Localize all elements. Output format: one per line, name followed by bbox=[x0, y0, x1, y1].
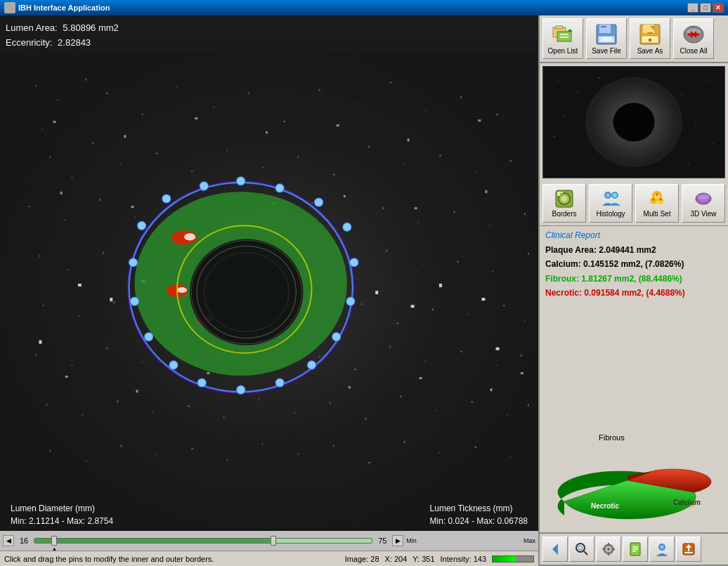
report-button[interactable] bbox=[623, 537, 648, 562]
svg-rect-72 bbox=[396, 322, 398, 324]
eccentricity-value: 2.82843 bbox=[58, 37, 91, 48]
save-as-button[interactable]: Save As bbox=[630, 18, 670, 59]
histology-button[interactable]: Histology bbox=[589, 184, 632, 223]
svg-rect-14 bbox=[389, 82, 391, 84]
svg-point-227 bbox=[606, 193, 610, 197]
svg-rect-47 bbox=[524, 213, 526, 215]
svg-rect-150 bbox=[496, 348, 500, 350]
svg-rect-126 bbox=[408, 138, 410, 141]
svg-rect-107 bbox=[50, 450, 51, 452]
svg-rect-74 bbox=[467, 313, 468, 315]
toolbar: Open List Save File bbox=[540, 15, 728, 63]
svg-rect-58 bbox=[386, 250, 387, 252]
slider-max-label: Max bbox=[524, 537, 535, 544]
window-controls[interactable]: _ □ ✕ bbox=[687, 3, 724, 13]
svg-rect-110 bbox=[156, 455, 157, 456]
svg-point-178 bbox=[130, 297, 138, 305]
svg-point-242 bbox=[578, 546, 583, 550]
svg-rect-213 bbox=[564, 115, 566, 116]
svg-rect-125 bbox=[337, 124, 339, 126]
svg-point-228 bbox=[613, 193, 617, 197]
svg-rect-76 bbox=[524, 320, 526, 321]
svg-rect-88 bbox=[425, 360, 426, 362]
svg-rect-32 bbox=[510, 160, 512, 162]
window-title: IBH Interface Application bbox=[18, 4, 110, 12]
svg-rect-208 bbox=[578, 91, 578, 93]
svg-rect-148 bbox=[481, 298, 485, 301]
svg-rect-100 bbox=[330, 402, 331, 404]
intensity-bar bbox=[492, 555, 534, 562]
save-as-label: Save As bbox=[637, 47, 663, 55]
svg-rect-41 bbox=[311, 202, 313, 204]
svg-point-240 bbox=[576, 544, 585, 552]
svg-rect-33 bbox=[28, 206, 30, 207]
svg-rect-143 bbox=[110, 298, 112, 301]
svg-rect-89 bbox=[460, 351, 462, 353]
svg-rect-120 bbox=[510, 457, 512, 458]
3d-view-icon bbox=[694, 189, 713, 209]
svg-point-206 bbox=[613, 103, 654, 141]
necrotic-chart-label: Necrotic bbox=[591, 502, 619, 510]
svg-rect-87 bbox=[389, 346, 391, 348]
svg-rect-98 bbox=[259, 398, 259, 400]
slider-right-arrow[interactable]: ▶ bbox=[392, 535, 403, 546]
info-overlay: Lumen Area: 5.80896 mm2 Eccenricity: 2.8… bbox=[6, 21, 119, 51]
slider-handle-left[interactable] bbox=[51, 536, 57, 546]
status-x: X: 204 bbox=[385, 555, 408, 563]
save-file-button[interactable]: Save File bbox=[586, 18, 627, 59]
open-list-button[interactable]: Open List bbox=[542, 18, 583, 59]
svg-rect-28 bbox=[368, 145, 370, 147]
svg-rect-101 bbox=[365, 418, 367, 419]
slider-track[interactable]: ▲ bbox=[34, 538, 372, 544]
slider-min-value: 16 bbox=[17, 537, 31, 545]
3d-view-button[interactable]: 3D View bbox=[682, 184, 725, 223]
export-button[interactable] bbox=[676, 537, 701, 562]
status-intensity: Intensity: 143 bbox=[441, 555, 486, 563]
svg-rect-30 bbox=[439, 154, 441, 156]
svg-rect-258 bbox=[684, 552, 693, 553]
minimize-button[interactable]: _ bbox=[687, 3, 698, 13]
svg-rect-35 bbox=[99, 199, 100, 201]
borders-button[interactable]: Borders bbox=[542, 184, 586, 223]
svg-point-165 bbox=[237, 177, 245, 185]
user-button[interactable] bbox=[649, 537, 675, 562]
slider-handle-right[interactable] bbox=[271, 536, 276, 546]
multi-set-button[interactable]: Multi Set bbox=[635, 184, 679, 223]
maximize-button[interactable]: □ bbox=[700, 3, 711, 13]
back-button[interactable] bbox=[542, 537, 568, 562]
slider-left-arrow[interactable]: ◀ bbox=[3, 535, 14, 546]
svg-rect-129 bbox=[131, 206, 134, 208]
svg-rect-128 bbox=[60, 192, 63, 195]
svg-rect-142 bbox=[78, 284, 82, 287]
search-button[interactable] bbox=[569, 537, 594, 562]
slider-area[interactable]: ◀ 16 ▲ 75 ▶ Min Max bbox=[0, 531, 538, 551]
svg-rect-18 bbox=[50, 157, 51, 158]
svg-rect-43 bbox=[382, 207, 384, 209]
settings-button[interactable] bbox=[596, 537, 621, 562]
svg-rect-77 bbox=[35, 355, 37, 356]
svg-rect-216 bbox=[713, 143, 713, 145]
save-as-icon bbox=[639, 23, 661, 46]
main-container: Lumen Area: 5.80896 mm2 Eccenricity: 2.8… bbox=[0, 15, 728, 566]
lumen-thickness-label: Lumen Tickness (mm) bbox=[430, 502, 528, 515]
svg-rect-139 bbox=[420, 377, 422, 379]
svg-rect-63 bbox=[42, 305, 44, 306]
report-title: Clinical Report bbox=[545, 230, 722, 240]
ultrasound-image bbox=[0, 15, 538, 566]
svg-point-182 bbox=[200, 182, 208, 190]
svg-rect-21 bbox=[120, 164, 121, 165]
lumen-diameter-info: Lumen Diameter (mm) Min: 2.11214 - Max: … bbox=[11, 502, 113, 527]
svg-point-169 bbox=[350, 258, 358, 267]
svg-rect-75 bbox=[503, 305, 505, 306]
preview-container bbox=[542, 66, 725, 178]
svg-rect-91 bbox=[521, 355, 522, 357]
svg-rect-15 bbox=[425, 110, 427, 111]
svg-point-255 bbox=[660, 545, 664, 549]
close-all-button[interactable]: Close All bbox=[673, 18, 714, 59]
svg-rect-218 bbox=[689, 164, 689, 165]
svg-rect-31 bbox=[474, 172, 476, 173]
svg-rect-127 bbox=[478, 119, 481, 121]
close-button[interactable]: ✕ bbox=[713, 3, 724, 13]
status-bar: Click and drag the pins to modify the in… bbox=[0, 551, 538, 566]
fibrous-row: Fibroux: 1.81267 mm2, (88.4486%) bbox=[545, 272, 722, 286]
